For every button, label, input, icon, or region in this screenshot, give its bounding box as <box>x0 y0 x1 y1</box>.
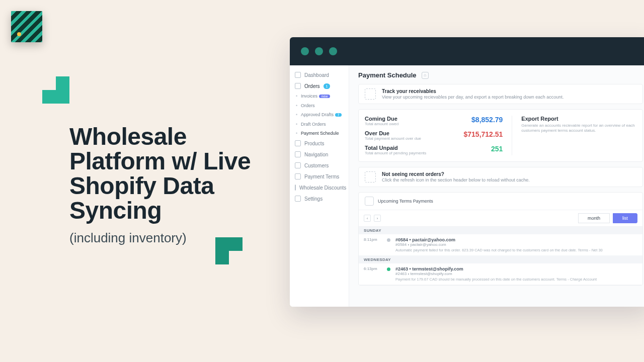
day-header: SUNDAY <box>359 227 642 234</box>
event-time: 8:11pm <box>364 237 382 252</box>
refresh-icon <box>365 171 376 183</box>
sidebar-item-products[interactable]: Products <box>290 138 349 149</box>
decor-shape-1 <box>42 76 69 104</box>
sub-label: Approved Drafts <box>301 112 334 117</box>
sidebar-item-customers[interactable]: Customers <box>290 160 349 171</box>
customers-icon <box>295 162 301 168</box>
sidebar-label: Settings <box>304 196 323 202</box>
window-titlebar <box>290 37 644 65</box>
sub-label: Invoices <box>301 94 317 99</box>
terms-title: Upcoming Terms Payments <box>378 199 433 204</box>
new-badge: new <box>319 95 331 98</box>
settings-icon <box>295 196 301 202</box>
app-window: Dashboard Orders 1 Invoices new Orders A… <box>290 37 644 307</box>
event-line1: #0584 • pactair@yahoo.com <box>395 237 637 242</box>
upcoming-terms-card: Upcoming Terms Payments ‹ › month list S… <box>358 192 643 286</box>
sidebar-item-orders[interactable]: Orders 1 <box>290 80 349 92</box>
approved-badge: 7 <box>335 113 342 117</box>
sidebar-label: Navigation <box>304 152 328 157</box>
sidebar-sub-invoices[interactable]: Invoices new <box>290 92 349 101</box>
coming-due-sub: Total amount owed <box>365 122 398 126</box>
total-unpaid-sub: Total amount of pending payments <box>365 151 426 155</box>
sidebar-sub-schedule[interactable]: Payment Schedule <box>290 129 349 138</box>
receivables-banner: Track your receivables View your upcomin… <box>358 84 643 104</box>
refresh-banner: Not seeing recent orders? Click the refr… <box>358 167 643 187</box>
next-button[interactable]: › <box>374 215 381 222</box>
sidebar-label: Dashboard <box>304 72 329 78</box>
banner2-body: Click the refresh icon in the section he… <box>382 177 530 183</box>
prev-button[interactable]: ‹ <box>364 215 371 222</box>
navigation-icon <box>295 151 301 157</box>
sidebar: Dashboard Orders 1 Invoices new Orders A… <box>290 65 349 307</box>
orders-badge: 1 <box>324 83 331 89</box>
sidebar-label: Products <box>304 141 324 146</box>
dashboard-icon <box>295 72 301 78</box>
sidebar-label: Payment Terms <box>304 174 339 179</box>
sidebar-label: Customers <box>304 163 329 168</box>
sidebar-item-wholesale-discounts[interactable]: Wholesale Discounts <box>290 182 349 193</box>
export-desc: Generate an accounts recievable report f… <box>521 123 636 134</box>
event-line2: #0584 • pactair@yahoo.com <box>395 242 637 247</box>
hero-title: Wholesale Platform w/ Live Shopify Data … <box>69 125 286 223</box>
coming-due-value: $8,852.79 <box>471 116 503 124</box>
over-due-sub: Total payment amount over due <box>365 136 421 141</box>
hero-subtitle: (including inventory) <box>69 230 286 246</box>
export-label[interactable]: Export Report <box>521 116 558 122</box>
event-time: 6:13pm <box>364 266 382 282</box>
event-note: Payment for 179.67 CAD should be manuall… <box>395 277 637 282</box>
discounts-icon <box>295 185 296 191</box>
sidebar-sub-approved[interactable]: Approved Drafts 7 <box>290 110 349 120</box>
sidebar-item-navigation[interactable]: Navigation <box>290 149 349 160</box>
status-dot-icon <box>387 267 390 271</box>
view-month-button[interactable]: month <box>578 213 610 223</box>
day-header: WEDNESDAY <box>359 256 642 263</box>
payment-event[interactable]: 6:13pm #2463 • termstest@shopify.com #24… <box>359 263 642 285</box>
banner-body: View your upcoming recievables per day, … <box>382 95 564 100</box>
banner2-title: Not seeing recent orders? <box>382 171 530 177</box>
home-icon[interactable]: ⌂ <box>422 72 429 79</box>
orders-icon <box>295 83 301 89</box>
traffic-light-max-icon[interactable] <box>329 47 337 55</box>
payment-event[interactable]: 8:11pm #0584 • pactair@yahoo.com #0584 •… <box>359 234 642 256</box>
total-unpaid-value: 251 <box>491 145 503 153</box>
metrics-card: Coming Due Total amount owed $8,852.79 O… <box>358 109 643 162</box>
status-dot-icon <box>387 238 390 242</box>
sidebar-label: Orders <box>304 83 320 89</box>
total-unpaid-label: Total Unpaid <box>365 145 398 151</box>
receivables-icon <box>365 88 376 100</box>
sidebar-item-settings[interactable]: Settings <box>290 193 349 204</box>
banner-title: Track your receivables <box>382 88 564 94</box>
event-line1: #2463 • termstest@shopify.com <box>395 266 637 272</box>
sidebar-item-dashboard[interactable]: Dashboard <box>290 69 349 80</box>
sidebar-item-payment-terms[interactable]: Payment Terms <box>290 171 349 182</box>
event-line2: #2463 • termstest@shopify.com <box>395 272 637 276</box>
sidebar-label: Wholesale Discounts <box>299 185 346 191</box>
products-icon <box>295 140 301 146</box>
over-due-value: $715,712.51 <box>464 130 503 138</box>
sidebar-sub-orders[interactable]: Orders <box>290 101 349 110</box>
traffic-light-close-icon[interactable] <box>301 47 309 55</box>
divider <box>512 116 512 155</box>
brand-logo <box>11 11 42 42</box>
traffic-light-min-icon[interactable] <box>315 47 323 55</box>
sidebar-sub-drafts[interactable]: Draft Orders <box>290 120 349 129</box>
event-note: Automatic payment failed for this order.… <box>395 248 637 252</box>
view-list-button[interactable]: list <box>613 213 637 223</box>
calendar-icon <box>365 197 374 206</box>
coming-due-label: Coming Due <box>365 116 397 122</box>
terms-icon <box>295 173 301 179</box>
over-due-label: Over Due <box>365 130 389 136</box>
page-title: Payment Schedule <box>358 71 417 79</box>
